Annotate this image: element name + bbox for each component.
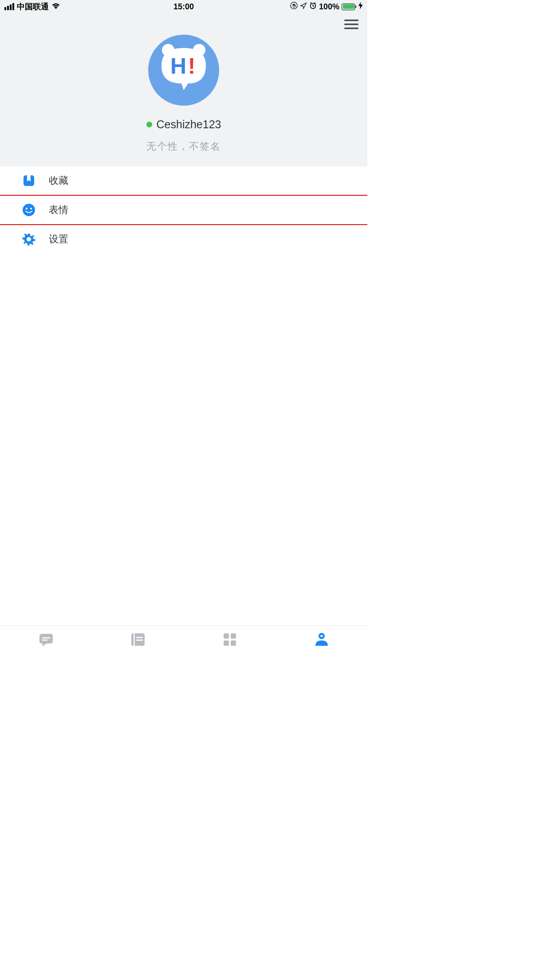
- bookmark-icon: [22, 174, 35, 187]
- svg-rect-21: [136, 637, 143, 638]
- smiley-icon: [22, 203, 35, 217]
- menu-item-stickers[interactable]: 表情: [0, 195, 367, 225]
- profile-icon: [314, 632, 330, 648]
- carrier-label: 中国联通: [17, 1, 49, 12]
- location-icon: [300, 2, 307, 12]
- tab-bar: [0, 625, 367, 653]
- svg-rect-25: [224, 640, 229, 646]
- profile-header: H ! Ceshizhe123 无个性，不签名: [0, 13, 367, 166]
- svg-point-15: [27, 237, 31, 241]
- svg-rect-2: [294, 4, 295, 5]
- svg-rect-22: [136, 640, 143, 641]
- status-left: 中国联通: [4, 1, 60, 12]
- battery-icon: [342, 4, 356, 10]
- avatar[interactable]: H !: [148, 35, 219, 106]
- tab-profile[interactable]: [276, 626, 367, 653]
- charging-icon: [358, 2, 363, 12]
- alarm-icon: [309, 2, 317, 12]
- tab-chat[interactable]: [0, 626, 92, 653]
- svg-rect-23: [224, 633, 229, 639]
- hamburger-icon: [344, 19, 358, 30]
- svg-rect-4: [344, 20, 358, 21]
- wifi-icon: [51, 2, 60, 12]
- menu-item-settings[interactable]: 设置: [0, 225, 367, 253]
- svg-rect-24: [231, 633, 236, 639]
- menu-label: 设置: [49, 233, 68, 246]
- svg-point-28: [320, 635, 323, 637]
- tab-feed[interactable]: [92, 626, 184, 653]
- hamburger-menu-button[interactable]: [0, 13, 367, 32]
- online-status-dot: [146, 122, 152, 127]
- username-label: Ceshizhe123: [157, 118, 221, 131]
- svg-point-14: [30, 208, 32, 209]
- username-row[interactable]: Ceshizhe123: [146, 118, 221, 131]
- menu-item-favorites[interactable]: 收藏: [0, 166, 367, 195]
- lock-rotation-icon: [290, 2, 298, 12]
- status-time: 15:00: [173, 2, 194, 12]
- svg-rect-18: [42, 640, 47, 641]
- tab-grid[interactable]: [184, 626, 276, 653]
- avatar-hi-icon: H !: [155, 41, 213, 99]
- svg-rect-5: [344, 24, 358, 25]
- status-bar: 中国联通 15:00 100%: [0, 0, 367, 13]
- svg-rect-16: [39, 634, 53, 644]
- svg-text:H: H: [170, 54, 186, 79]
- grid-icon: [222, 632, 238, 648]
- svg-point-12: [23, 204, 35, 216]
- signal-icon: [4, 3, 14, 10]
- menu-label: 收藏: [49, 174, 68, 187]
- signature-label[interactable]: 无个性，不签名: [146, 140, 221, 153]
- feed-icon: [130, 632, 146, 648]
- chat-icon: [38, 632, 54, 648]
- menu-list: 收藏 表情 设置: [0, 166, 367, 253]
- menu-label: 表情: [49, 203, 68, 217]
- svg-rect-20: [134, 633, 135, 646]
- battery-percent: 100%: [319, 2, 339, 12]
- svg-point-13: [26, 208, 28, 209]
- status-right: 100%: [290, 2, 363, 12]
- svg-rect-6: [344, 28, 358, 29]
- svg-text:!: !: [188, 54, 196, 79]
- gear-icon: [22, 233, 35, 246]
- svg-rect-17: [42, 637, 50, 639]
- svg-rect-26: [231, 640, 236, 646]
